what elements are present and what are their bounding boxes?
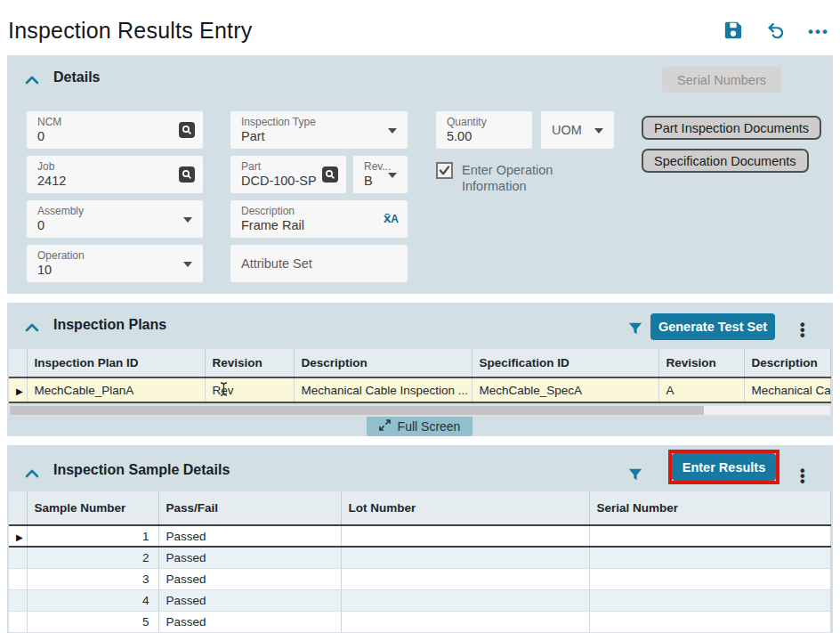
column-header[interactable]: Revision	[205, 349, 294, 377]
cell-lot-number[interactable]	[341, 589, 589, 611]
enter-results-button[interactable]: Enter Results	[672, 453, 776, 481]
generate-test-set-button[interactable]: Generate Test Set	[650, 313, 775, 340]
annotation-highlight-box: Enter Results	[668, 450, 779, 484]
kebab-menu-icon[interactable]: •••	[800, 322, 805, 338]
row-selector-header	[9, 491, 27, 525]
ncm-search-icon[interactable]	[179, 122, 195, 138]
column-header[interactable]: Pass/Fail	[158, 491, 341, 525]
column-header[interactable]: Sample Number	[27, 491, 158, 525]
row-indicator	[9, 547, 27, 568]
cell-plan-id[interactable]: MechCable_PlanA	[27, 377, 205, 402]
scrollbar-thumb[interactable]	[10, 406, 704, 415]
details-panel-title: Details	[53, 69, 100, 85]
part-search-icon[interactable]	[322, 166, 338, 183]
row-indicator	[9, 568, 27, 589]
assembly-value: 0	[37, 217, 194, 234]
attribute-set-field[interactable]: Attribute Set	[230, 245, 408, 282]
inspection-type-value: Part	[241, 128, 399, 145]
table-row[interactable]: ▶ 1 Passed	[9, 525, 831, 547]
part-inspection-documents-button[interactable]: Part Inspection Documents	[642, 116, 821, 140]
chevron-down-icon[interactable]	[388, 173, 397, 178]
uom-field[interactable]: UOM	[541, 111, 614, 149]
cell-sample-number[interactable]: 5	[27, 611, 158, 632]
column-header[interactable]: Revision	[658, 349, 744, 377]
save-button[interactable]	[723, 21, 744, 43]
cell-description[interactable]: Mechanical Cable Inspection ...	[294, 377, 472, 402]
specification-documents-button[interactable]: Specification Documents	[642, 149, 809, 173]
cell-lot-number[interactable]	[341, 611, 589, 632]
cell-pass-fail[interactable]: Passed	[158, 611, 341, 632]
table-row[interactable]: 3 Passed	[9, 568, 831, 589]
full-screen-button[interactable]: Full Screen	[367, 417, 472, 436]
cell-serial-number[interactable]	[589, 525, 831, 547]
revision-field[interactable]: Rev... B	[353, 156, 408, 193]
job-field[interactable]: Job 2412	[27, 156, 203, 193]
cell-serial-number[interactable]	[589, 568, 831, 589]
cell-serial-number[interactable]	[589, 589, 831, 611]
table-row[interactable]: 5 Passed	[9, 611, 831, 632]
operation-field[interactable]: Operation 10	[27, 245, 203, 282]
cell-sample-number[interactable]: 1	[27, 525, 158, 547]
filter-icon[interactable]	[627, 467, 643, 483]
collapse-details-chevron-icon[interactable]	[25, 73, 39, 84]
chevron-down-icon[interactable]	[183, 217, 192, 223]
translate-icon[interactable]: x̄A	[384, 210, 399, 225]
cell-pass-fail[interactable]: Passed	[158, 589, 341, 611]
cell-serial-number[interactable]	[589, 611, 831, 632]
overflow-menu-button[interactable]: •••	[808, 21, 829, 43]
samples-panel-title: Inspection Sample Details	[53, 462, 230, 478]
cell-sample-number[interactable]: 4	[27, 589, 158, 611]
cell-spec-id[interactable]: MechCable_SpecA	[472, 377, 658, 402]
table-row[interactable]: 2 Passed	[9, 547, 831, 568]
chevron-down-icon[interactable]	[594, 128, 603, 134]
cell-sample-number[interactable]: 3	[27, 568, 158, 589]
column-header[interactable]: Lot Number	[341, 491, 589, 525]
ncm-field[interactable]: NCM 0	[27, 111, 203, 149]
operation-value: 10	[37, 262, 194, 279]
table-row[interactable]: 4 Passed	[9, 589, 831, 611]
cell-spec-revision[interactable]: A	[658, 377, 744, 402]
cell-serial-number[interactable]	[589, 547, 831, 568]
checkbox-checked-icon[interactable]	[436, 162, 453, 179]
assembly-field[interactable]: Assembly 0	[27, 200, 203, 238]
column-header[interactable]: Serial Number	[589, 491, 831, 525]
filter-icon[interactable]	[627, 321, 643, 337]
row-arrow-icon: ▶	[16, 532, 23, 542]
cell-pass-fail[interactable]: Passed	[158, 568, 341, 589]
serial-numbers-button[interactable]: Serial Numbers	[662, 67, 781, 93]
quantity-value: 5.00	[447, 128, 523, 145]
cell-lot-number[interactable]	[341, 568, 589, 589]
inspection-plans-table: Inspection Plan ID Revision Description …	[9, 349, 831, 403]
cell-pass-fail[interactable]: Passed	[158, 525, 341, 547]
enter-operation-information-checkbox[interactable]: Enter Operation Information	[436, 162, 576, 194]
cell-sample-number[interactable]: 2	[27, 547, 158, 568]
row-indicator: ▶	[9, 525, 27, 547]
uom-label: UOM	[552, 123, 582, 137]
cell-spec-description[interactable]: Mechanical Cable	[744, 377, 831, 402]
description-field[interactable]: Description Frame Rail x̄A	[230, 200, 408, 238]
inspection-type-field[interactable]: Inspection Type Part	[230, 111, 408, 149]
column-header[interactable]: Specification ID	[472, 349, 658, 377]
undo-button[interactable]	[765, 21, 787, 43]
chevron-down-icon[interactable]	[183, 262, 192, 267]
inspection-sample-details-panel: Inspection Sample Details Enter Results …	[7, 445, 833, 633]
cell-lot-number[interactable]	[341, 525, 589, 547]
cell-lot-number[interactable]	[341, 547, 589, 568]
collapse-plans-chevron-icon[interactable]	[25, 321, 39, 331]
cell-pass-fail[interactable]: Passed	[158, 547, 341, 568]
quantity-field[interactable]: Quantity 5.00	[436, 111, 532, 149]
column-header[interactable]: Description	[294, 349, 472, 377]
column-header[interactable]: Inspection Plan ID	[27, 349, 205, 377]
kebab-menu-icon[interactable]: •••	[800, 468, 805, 484]
horizontal-scrollbar[interactable]	[9, 405, 831, 416]
ellipsis-icon: •••	[808, 28, 829, 37]
job-search-icon[interactable]	[179, 166, 195, 183]
column-header[interactable]: Description	[744, 349, 831, 377]
table-row[interactable]: ▶ MechCable_PlanA Rev Mechanical Cable I…	[9, 377, 831, 402]
row-indicator	[9, 589, 27, 611]
collapse-samples-chevron-icon[interactable]	[25, 467, 39, 477]
description-label: Description	[241, 205, 399, 217]
part-field[interactable]: Part DCD-100-SP	[230, 156, 346, 193]
chevron-down-icon[interactable]	[388, 128, 397, 134]
cell-revision[interactable]: Rev	[205, 377, 294, 402]
